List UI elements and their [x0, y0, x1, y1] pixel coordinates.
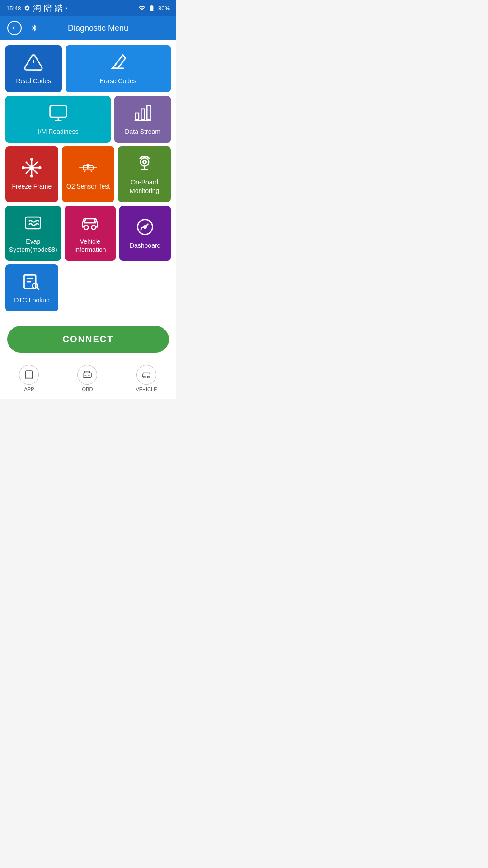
main-content: Read Codes Erase Codes I/M Readiness: [0, 40, 176, 317]
im-readiness-tile[interactable]: I/M Readiness: [5, 96, 111, 143]
data-stream-tile[interactable]: Data Stream: [114, 96, 171, 143]
back-button[interactable]: [7, 21, 22, 35]
row-3: Freeze Frame O2 Sensor Test: [5, 146, 171, 202]
back-arrow-icon: [11, 24, 18, 32]
notification-dot: 淘: [33, 3, 41, 14]
app-header: Diagnostic Menu: [0, 16, 176, 40]
evap-system-tile[interactable]: Evap System(mode$8): [5, 206, 61, 261]
dtc-lookup-tile[interactable]: DTC Lookup: [5, 264, 58, 311]
erase-codes-label: Erase Codes: [100, 77, 136, 85]
svg-rect-32: [26, 371, 33, 379]
battery-level: 80%: [158, 5, 170, 12]
svg-point-15: [39, 167, 41, 169]
dashboard-tile[interactable]: Dashboard: [119, 206, 171, 261]
time-display: 15:48: [6, 5, 21, 12]
read-codes-tile[interactable]: Read Codes: [5, 45, 62, 92]
svg-rect-3: [135, 113, 138, 120]
svg-point-24: [92, 225, 96, 229]
svg-rect-5: [147, 106, 150, 120]
dashboard-label: Dashboard: [130, 241, 161, 250]
svg-rect-22: [26, 217, 41, 229]
notification-dot3: 踏: [55, 3, 63, 14]
svg-rect-2: [50, 106, 66, 118]
o2-sensor-label: O2 Sensor Test: [66, 182, 110, 190]
row-5: DTC Lookup: [5, 264, 171, 311]
svg-point-37: [144, 376, 146, 378]
nav-obd[interactable]: OBD: [77, 365, 97, 392]
read-codes-label: Read Codes: [16, 77, 51, 85]
onboard-icon: [135, 154, 155, 174]
on-board-tile[interactable]: On-Board Monitoring: [118, 146, 171, 202]
connect-area: CONNECT: [0, 317, 176, 360]
evap-icon: [23, 213, 43, 233]
dtc-lookup-label: DTC Lookup: [14, 296, 50, 304]
svg-point-20: [141, 158, 149, 166]
nav-app-label: APP: [24, 387, 34, 392]
nav-app-icon-wrap: [19, 365, 39, 385]
snowflake-icon: [22, 158, 42, 178]
svg-point-21: [143, 160, 146, 164]
im-readiness-label: I/M Readiness: [38, 127, 78, 136]
vehicle-info-label: Vehicle Information: [74, 237, 106, 254]
gauge-icon: [135, 217, 155, 237]
status-right: 80%: [138, 5, 170, 12]
dtc-icon: [22, 272, 42, 292]
data-stream-label: Data Stream: [125, 127, 160, 136]
erase-codes-tile[interactable]: Erase Codes: [66, 45, 171, 92]
svg-rect-34: [83, 373, 91, 378]
freeze-frame-tile[interactable]: Freeze Frame: [5, 146, 58, 202]
svg-line-31: [37, 288, 39, 290]
nav-vehicle-label: VEHICLE: [136, 387, 157, 392]
connect-button[interactable]: CONNECT: [7, 326, 169, 353]
on-board-label: On-Board Monitoring: [130, 178, 159, 194]
nav-obd-icon-wrap: [77, 365, 97, 385]
vehicle-nav-icon: [141, 370, 151, 380]
bluetooth-icon: [30, 24, 38, 32]
header-title: Diagnostic Menu: [47, 24, 149, 33]
erase-icon: [108, 52, 128, 72]
wifi-icon: [138, 5, 145, 12]
warning-icon: [23, 52, 43, 72]
svg-rect-4: [141, 109, 144, 120]
status-left: 15:48 淘 陪 踏 •: [6, 3, 67, 14]
monitor-icon: [48, 103, 68, 123]
nav-app[interactable]: APP: [19, 365, 39, 392]
vehicle-info-tile[interactable]: Vehicle Information: [65, 206, 116, 261]
svg-point-30: [33, 283, 38, 288]
o2-sensor-tile[interactable]: O2 Sensor Test: [62, 146, 115, 202]
bottom-nav: APP OBD VEHICLE: [0, 360, 176, 399]
notification-dot2: 陪: [44, 3, 52, 14]
gear-icon: [24, 5, 30, 11]
tablet-icon: [24, 370, 34, 380]
nav-obd-label: OBD: [82, 387, 93, 392]
row-1: Read Codes Erase Codes: [5, 45, 171, 92]
svg-point-23: [84, 225, 89, 229]
row-2: I/M Readiness Data Stream: [5, 96, 171, 143]
bar-chart-icon: [133, 103, 153, 123]
svg-point-14: [23, 167, 24, 169]
svg-point-38: [147, 376, 150, 378]
freeze-frame-label: Freeze Frame: [12, 182, 52, 190]
row-4: Evap System(mode$8) Vehicle Information: [5, 206, 171, 261]
status-bar: 15:48 淘 陪 踏 • 80%: [0, 0, 176, 16]
evap-label: Evap System(mode$8): [9, 237, 57, 254]
dot-indicator: •: [66, 5, 68, 12]
obd-icon: [82, 370, 92, 380]
battery-icon: [148, 5, 155, 12]
o2-sensor-icon: [78, 158, 98, 178]
nav-vehicle[interactable]: VEHICLE: [136, 365, 157, 392]
car-icon: [80, 213, 100, 233]
nav-vehicle-icon-wrap: [136, 365, 156, 385]
bluetooth-icon-wrap: [27, 21, 42, 35]
